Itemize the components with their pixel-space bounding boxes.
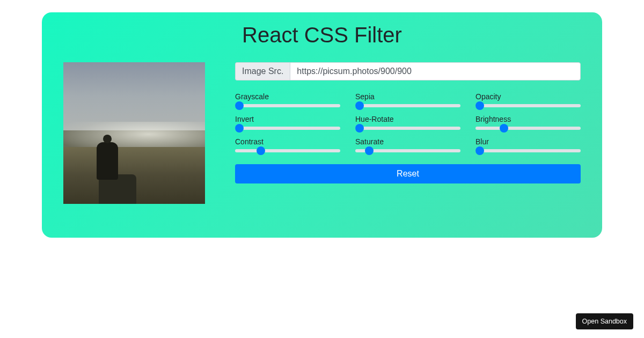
slider-input-hue-rotate[interactable] <box>355 127 460 130</box>
slider-label-grayscale: Grayscale <box>235 92 340 101</box>
slider-input-blur[interactable] <box>475 149 581 152</box>
slider-brightness: Brightness <box>475 115 581 130</box>
slider-sepia: Sepia <box>355 92 460 107</box>
slider-input-brightness[interactable] <box>475 127 581 130</box>
page-title: React CSS Filter <box>63 23 581 47</box>
slider-invert: Invert <box>235 115 340 130</box>
sliders-grid: Grayscale Sepia Opacity Invert Hue-Rotat… <box>235 92 581 152</box>
slider-input-sepia[interactable] <box>355 104 460 107</box>
image-src-input[interactable] <box>290 62 581 80</box>
slider-input-invert[interactable] <box>235 127 340 130</box>
image-preview <box>63 62 205 204</box>
slider-label-saturate: Saturate <box>355 137 460 146</box>
controls-panel: Image Src. Grayscale Sepia Opacity Inver… <box>235 62 581 183</box>
image-src-label: Image Src. <box>235 62 290 80</box>
slider-input-grayscale[interactable] <box>235 104 340 107</box>
slider-label-blur: Blur <box>475 137 581 146</box>
slider-label-invert: Invert <box>235 115 340 123</box>
slider-label-hue-rotate: Hue-Rotate <box>355 115 460 123</box>
slider-opacity: Opacity <box>475 92 581 107</box>
slider-contrast: Contrast <box>235 137 340 152</box>
slider-blur: Blur <box>475 137 581 152</box>
slider-input-saturate[interactable] <box>355 149 460 152</box>
slider-saturate: Saturate <box>355 137 460 152</box>
reset-button[interactable]: Reset <box>235 164 581 183</box>
slider-label-opacity: Opacity <box>475 92 581 101</box>
slider-label-sepia: Sepia <box>355 92 460 101</box>
preview-image <box>63 62 205 204</box>
filter-card: React CSS Filter Image Src. Grayscale <box>42 12 602 238</box>
content-row: Image Src. Grayscale Sepia Opacity Inver… <box>63 62 581 204</box>
slider-input-contrast[interactable] <box>235 149 340 152</box>
slider-grayscale: Grayscale <box>235 92 340 107</box>
slider-label-contrast: Contrast <box>235 137 340 146</box>
slider-label-brightness: Brightness <box>475 115 581 123</box>
slider-hue-rotate: Hue-Rotate <box>355 115 460 130</box>
image-src-group: Image Src. <box>235 62 581 80</box>
slider-input-opacity[interactable] <box>475 104 581 107</box>
open-sandbox-button[interactable]: Open Sandbox <box>576 313 633 329</box>
